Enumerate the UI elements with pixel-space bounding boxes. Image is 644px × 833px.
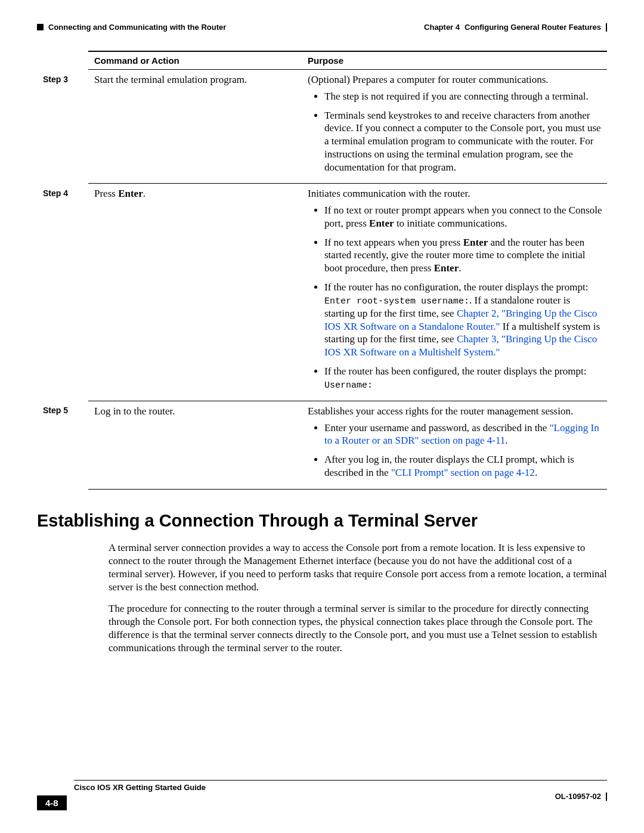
table-row: Step 4 Press Enter. Initiates communicat…	[37, 184, 607, 401]
footer-guide-title: Cisco IOS XR Getting Started Guide	[74, 783, 206, 792]
page-number: 4-8	[37, 795, 67, 810]
divider-icon	[606, 792, 607, 801]
list-item: If the router has been configured, the r…	[324, 365, 602, 391]
body-paragraph: The procedure for connecting to the rout…	[109, 602, 607, 655]
link-cli-prompt[interactable]: "CLI Prompt" section on page 4-12	[391, 467, 535, 478]
divider-icon	[606, 23, 607, 32]
list-item: After you log in, the router displays th…	[324, 453, 602, 479]
table-row: Step 3 Start the terminal emulation prog…	[37, 70, 607, 184]
bullet-square-icon	[37, 24, 44, 30]
command-cell: Press Enter.	[88, 184, 302, 401]
page-footer: Cisco IOS XR Getting Started Guide 4-8 O…	[37, 780, 607, 810]
list-item: If the router has no configuration, the …	[324, 281, 602, 359]
header-chapter-title: Configuring General Router Features	[465, 23, 601, 32]
list-item: The step is not required if you are conn…	[324, 90, 602, 103]
doc-number: OL-10957-02	[555, 792, 601, 801]
col-purpose: Purpose	[302, 51, 607, 70]
section-heading: Establishing a Connection Through a Term…	[37, 511, 607, 531]
step-label: Step 3	[37, 70, 88, 184]
list-item: If no text or router prompt appears when…	[324, 204, 602, 230]
list-item: Terminals send keystrokes to and receive…	[324, 109, 602, 174]
step-label: Step 4	[37, 184, 88, 401]
step-label: Step 5	[37, 401, 88, 489]
body-paragraph: A terminal server connection provides a …	[109, 541, 607, 594]
header-chapter-label: Chapter 4	[424, 23, 460, 32]
header-section: Connecting and Communicating with the Ro…	[48, 23, 226, 32]
page-header: Connecting and Communicating with the Ro…	[37, 23, 607, 32]
purpose-cell: Establishes your access rights for the r…	[302, 401, 607, 489]
steps-table: Command or Action Purpose Step 3 Start t…	[37, 51, 607, 490]
col-command: Command or Action	[88, 51, 302, 70]
list-item: Enter your username and password, as des…	[324, 422, 602, 448]
purpose-cell: Initiates communication with the router.…	[302, 184, 607, 401]
command-cell: Start the terminal emulation program.	[88, 70, 302, 184]
list-item: If no text appears when you press Enter …	[324, 236, 602, 275]
table-row: Step 5 Log in to the router. Establishes…	[37, 401, 607, 489]
command-cell: Log in to the router.	[88, 401, 302, 489]
purpose-cell: (Optional) Prepares a computer for route…	[302, 70, 607, 184]
